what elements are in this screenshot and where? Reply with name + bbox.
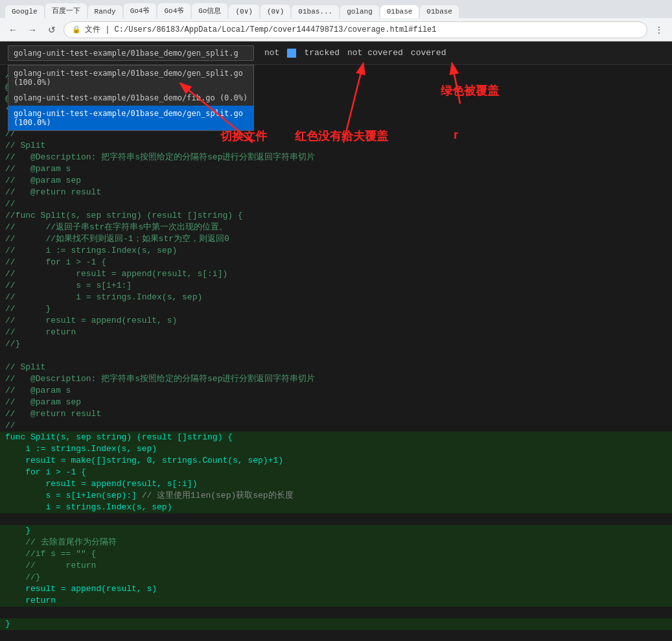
tab-0v2[interactable]: (0∨) (261, 5, 290, 18)
line-text: return (0, 595, 672, 607)
address-text: 文件 | C:/Users/86183/AppData/Local/Temp/c… (85, 24, 436, 35)
tab-01base2[interactable]: 01base (420, 5, 459, 18)
tracked-label: tracked (304, 48, 340, 58)
covered-code-line: func Split(s, sep string) (result []stri… (0, 432, 672, 443)
code-line: // (0, 420, 672, 432)
line-text: // s = s[i+1:] (0, 280, 672, 292)
line-text: // i = strings.Index(s, sep) (0, 292, 672, 303)
code-line: // @param s (0, 385, 672, 397)
code-line: // } (0, 303, 672, 315)
line-text: // (0, 198, 672, 210)
line-text: // } (0, 303, 672, 315)
line-text: //if s == "" { (0, 548, 672, 560)
line-text: i = strings.Index(s, sep) (0, 502, 672, 513)
refresh-button[interactable]: ↺ (44, 22, 60, 38)
covered-code-line: i := strings.Index(s, sep) (0, 443, 672, 455)
code-line: // @Description: 把字符串s按照给定的分隔符sep进行分割返回字… (0, 373, 672, 385)
code-container[interactable]: /* @author RandySun @create 2022-04-30-1… (0, 65, 672, 641)
line-text: //} (0, 338, 672, 350)
line-text: // @return result (0, 408, 672, 420)
tab-go1[interactable]: Go4爷 (124, 3, 157, 18)
code-line: // s = s[i+1:] (0, 280, 672, 292)
browser-tabs: Google 百度一下 Randy Go4爷 Go4爷 Go信息 (0∨) (0… (0, 0, 672, 18)
main-wrapper: Google 百度一下 Randy Go4爷 Go4爷 Go信息 (0∨) (0… (0, 0, 672, 641)
code-line: // @param sep (0, 397, 672, 408)
tab-01bas[interactable]: 01bas... (292, 5, 339, 18)
covered-code-line: s = s[i+len(sep):] // 这里使用1len(sep)获取sep… (0, 490, 672, 502)
tab-golang[interactable]: golang (340, 5, 379, 18)
code-line: // return (0, 327, 672, 338)
line-text: // result = append(result, s[:i]) (0, 268, 672, 280)
line-text: //func Split(s, sep string) (result []st… (0, 210, 672, 222)
line-text: } (0, 618, 672, 630)
code-line: // (0, 198, 672, 210)
code-line (0, 350, 672, 362)
annotation-green-covered: 绿色被覆盖 (441, 83, 499, 99)
line-text: // for i > -1 { (0, 257, 672, 268)
annotation-red-no-cover: 红色没有给夫覆盖 (295, 128, 388, 144)
line-text: // i := strings.Index(s, sep) (0, 245, 672, 257)
code-line: // @param sep (0, 175, 672, 187)
tab-01base1[interactable]: 01base (380, 5, 419, 18)
line-text: // (0, 420, 672, 432)
line-text: // @return result (0, 187, 672, 198)
not-label: not (264, 48, 279, 58)
dropdown-item-gen-split-2[interactable]: golang-unit-test-example/01base_demo/gen… (8, 106, 253, 130)
line-text: func Split(s, sep string) (result []stri… (0, 432, 672, 443)
address-bar[interactable]: 🔒 文件 | C:/Users/86183/AppData/Local/Temp… (64, 21, 647, 38)
line-text: i := strings.Index(s, sep) (0, 443, 672, 455)
code-line: // i := strings.Index(s, sep) (0, 245, 672, 257)
code-line (0, 513, 672, 525)
line-text: result = make([]string, 0, strings.Count… (0, 455, 672, 467)
covered-code-line: } (0, 618, 672, 630)
covered-code-line: result = append(result, s) (0, 583, 672, 595)
back-button[interactable]: ← (5, 22, 21, 38)
covered-code-line: // 去除首尾作为分隔符 (0, 537, 672, 548)
file-select[interactable]: golang-unit-test-example/01base_demo/gen… (8, 45, 254, 61)
line-text: // @Description: 把字符串s按照给定的分隔符sep进行分割返回字… (0, 152, 672, 163)
tab-baidu[interactable]: 百度一下 (45, 3, 87, 18)
dropdown-item-fib[interactable]: golang-unit-test-example/01base_demo/fib… (8, 90, 253, 106)
code-line: // //如果找不到则返回-1；如果str为空，则返回0 (0, 233, 672, 245)
coverage-toolbar: golang-unit-test-example/01base_demo/gen… (0, 41, 672, 65)
legend: not tracked not covered covered (264, 48, 446, 58)
tab-0v1[interactable]: (0∨) (229, 5, 259, 18)
line-text: // Split (0, 362, 672, 373)
line-text: } (0, 525, 672, 537)
line-text: // @param s (0, 385, 672, 397)
tab-google[interactable]: Google (5, 5, 44, 18)
tab-go2[interactable]: Go4爷 (157, 3, 191, 18)
tab-randy[interactable]: Randy (88, 5, 122, 18)
line-text: // @param sep (0, 175, 672, 187)
code-line: // i = strings.Index(s, sep) (0, 292, 672, 303)
covered-code-line: result = make([]string, 0, strings.Count… (0, 455, 672, 467)
line-text: result = append(result, s) (0, 583, 672, 595)
code-line: // for i > -1 { (0, 257, 672, 268)
line-text: // 去除首尾作为分隔符 (0, 537, 672, 548)
code-line: // result = append(result, s[:i]) (0, 268, 672, 280)
code-line: // @param s (0, 163, 672, 175)
covered-code-line: result = append(result, s[:i]) (0, 478, 672, 490)
not-covered-label: not covered (347, 48, 403, 58)
forward-button[interactable]: → (25, 22, 40, 38)
code-line: // @Description: 把字符串s按照给定的分隔符sep进行分割返回字… (0, 152, 672, 163)
covered-code-line: } (0, 525, 672, 537)
extensions-button[interactable]: ⋮ (651, 22, 667, 38)
line-text: s = s[i+len(sep):] // 这里使用1len(sep)获取sep… (0, 490, 672, 502)
annotation-r: r (454, 128, 458, 142)
dropdown-item-gen-split[interactable]: golang-unit-test-example/01base_demo/gen… (8, 65, 253, 90)
file-dropdown[interactable]: golang-unit-test-example/01base_demo/gen… (8, 65, 254, 131)
code-line: // @return result (0, 408, 672, 420)
tab-goinfo[interactable]: Go信息 (192, 3, 227, 18)
browser-toolbar: ← → ↺ 🔒 文件 | C:/Users/86183/AppData/Loca… (0, 18, 672, 41)
tracked-box (287, 49, 296, 58)
covered-code-line: // return (0, 560, 672, 572)
line-text: // //返回子串str在字符串s中第一次出现的位置。 (0, 222, 672, 233)
line-text: result = append(result, s[:i]) (0, 478, 672, 490)
covered-label: covered (411, 48, 446, 58)
code-line: // Split (0, 362, 672, 373)
covered-code-line: i = strings.Index(s, sep) (0, 502, 672, 513)
covered-code-line: //} (0, 572, 672, 583)
line-text: // return (0, 327, 672, 338)
line-text (0, 607, 672, 618)
